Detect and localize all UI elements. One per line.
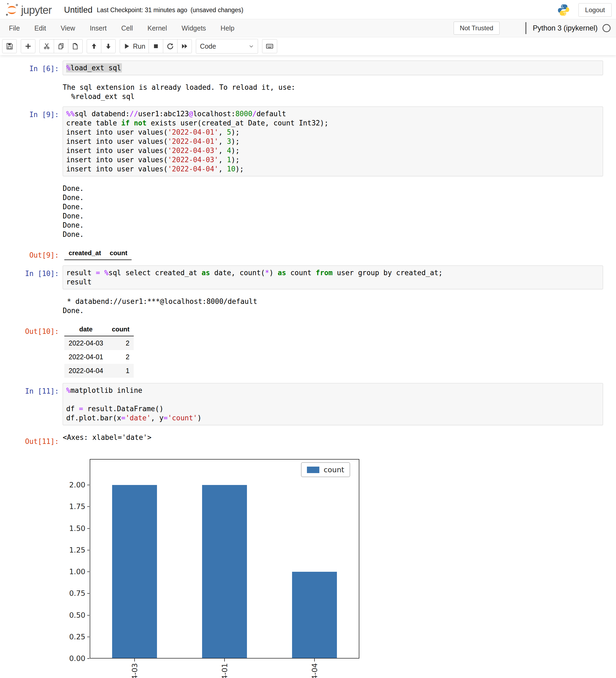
code-cell-input[interactable]: %load_ext sql	[63, 61, 603, 75]
cut-cell-button[interactable]	[39, 39, 54, 53]
menu-help[interactable]: Help	[213, 24, 242, 32]
bar-2022-04-04	[292, 572, 337, 658]
table-header: count	[108, 323, 134, 336]
y-tick-label: 1.25	[63, 545, 85, 555]
interrupt-kernel-button[interactable]	[149, 39, 163, 53]
cell-output: The sql extension is already loaded. To …	[63, 83, 603, 101]
menu-file[interactable]: File	[2, 24, 27, 32]
notebook-cell-2[interactable]: In [10]:result = %sql select created_at …	[0, 263, 616, 380]
notebook-title[interactable]: Untitled	[64, 5, 92, 15]
restart-run-all-button[interactable]	[177, 39, 192, 53]
y-tick-mark	[87, 485, 89, 485]
menu-insert[interactable]: Insert	[82, 24, 114, 32]
y-tick-label: 0.25	[63, 632, 85, 642]
table-cell: 2022-04-03	[64, 336, 108, 350]
move-cell-up-button[interactable]	[87, 39, 101, 53]
code-cell-input[interactable]: result = %sql select created_at as date,…	[63, 265, 603, 289]
menu-view[interactable]: View	[53, 24, 82, 32]
run-label: Run	[133, 42, 146, 50]
notebook-cells: In [6]:%load_ext sqlThe sql extension is…	[0, 55, 616, 678]
table-cell: 2022-04-01	[64, 350, 108, 364]
table-header: date	[64, 323, 108, 336]
notebook-cell-0[interactable]: In [6]:%load_ext sqlThe sql extension is…	[0, 58, 616, 104]
x-tick-mark	[314, 658, 315, 662]
menu-widgets[interactable]: Widgets	[174, 24, 213, 32]
header: jupyter Untitled Last Checkpoint: 31 min…	[0, 0, 616, 19]
table-header: created_at	[64, 247, 106, 260]
input-prompt: In [11]:	[0, 383, 63, 396]
move-cell-down-button[interactable]	[101, 39, 116, 53]
output-text: Done. Done. Done. Done. Done. Done.	[63, 184, 603, 239]
keyboard-icon	[265, 42, 274, 50]
output-prompt-empty	[0, 454, 63, 458]
code-cell-input[interactable]: %matplotlib inline df = result.DataFrame…	[63, 383, 603, 425]
result-table: datecount2022-04-0322022-04-0122022-04-0…	[64, 323, 134, 378]
output-prompt-empty	[0, 297, 63, 301]
x-tick-mark	[134, 658, 135, 662]
output-text: The sql extension is already loaded. To …	[63, 83, 603, 101]
menu-kernel[interactable]: Kernel	[140, 24, 174, 32]
y-tick-mark	[87, 571, 89, 572]
y-tick-mark	[87, 615, 89, 615]
run-cell-button[interactable]: Run	[120, 39, 149, 53]
legend-swatch	[307, 466, 319, 473]
x-tick-label: 2022-04-03	[130, 663, 173, 672]
cell-output: 0.000.250.500.751.001.251.501.752.002022…	[63, 454, 603, 678]
save-icon	[6, 42, 13, 50]
code-cell-input[interactable]: %%sql databend://user1:abc123@localhost:…	[63, 107, 603, 176]
chart-legend: count	[301, 462, 350, 477]
restart-kernel-button[interactable]	[163, 39, 177, 53]
notebook-cell-1[interactable]: In [9]:%%sql databend://user1:abc123@loc…	[0, 104, 616, 263]
output-prompt: Out[10]:	[0, 323, 63, 336]
menu-cell[interactable]: Cell	[114, 24, 140, 32]
y-tick-mark	[87, 506, 89, 507]
python-logo-icon	[557, 3, 570, 17]
y-tick-label: 0.50	[63, 610, 85, 620]
fast-forward-icon	[181, 42, 188, 50]
x-tick-label: 2022-04-04	[311, 663, 353, 672]
cell-type-value: Code	[200, 42, 216, 50]
output-prompt-empty	[0, 83, 63, 87]
menubar: FileEditViewInsertCellKernelWidgetsHelp …	[0, 19, 616, 37]
paste-cell-button[interactable]	[68, 39, 83, 53]
y-tick-mark	[87, 593, 89, 594]
table-cell: 2022-04-04	[64, 364, 108, 378]
bar-2022-04-01	[202, 485, 247, 658]
x-tick-label: 2022-04-01	[220, 663, 263, 672]
table-cell: 2	[108, 336, 134, 350]
cell-type-select[interactable]: Code	[196, 39, 258, 53]
table-cell: 2	[108, 350, 134, 364]
add-cell-button[interactable]	[21, 39, 35, 53]
stop-icon	[152, 43, 159, 50]
header-right: Logout	[557, 3, 612, 17]
bar-2022-04-03	[112, 485, 157, 658]
save-button[interactable]	[2, 39, 17, 53]
y-tick-label: 2.00	[63, 480, 85, 490]
cell-output: datecount2022-04-0322022-04-0122022-04-0…	[63, 323, 603, 378]
not-trusted-button[interactable]: Not Trusted	[454, 22, 499, 35]
cell-output: <Axes: xlabel='date'>	[63, 433, 603, 442]
y-tick-mark	[87, 550, 89, 551]
y-tick-mark	[87, 637, 89, 637]
checkpoint-status: Last Checkpoint: 31 minutes ago	[97, 6, 187, 14]
logout-button[interactable]: Logout	[578, 3, 612, 17]
menu-edit[interactable]: Edit	[27, 24, 53, 32]
cell-output: Done. Done. Done. Done. Done. Done.	[63, 184, 603, 239]
y-tick-label: 1.50	[63, 524, 85, 533]
unsaved-changes-status: (unsaved changes)	[191, 6, 243, 14]
copy-cell-button[interactable]	[54, 39, 68, 53]
table-row: 2022-04-032	[64, 336, 134, 350]
bar-chart: 0.000.250.500.751.001.251.501.752.002022…	[63, 455, 400, 678]
jupyter-logo[interactable]: jupyter	[4, 2, 52, 17]
menu-items: FileEditViewInsertCellKernelWidgetsHelp	[2, 24, 242, 32]
command-palette-button[interactable]	[262, 39, 277, 53]
output-prompt: Out[9]:	[0, 247, 63, 260]
notebook-cell-3[interactable]: In [11]:%matplotlib inline df = result.D…	[0, 380, 616, 678]
cell-output: created_atcount	[63, 247, 603, 260]
kernel-separator	[526, 22, 526, 34]
y-tick-mark	[87, 658, 89, 659]
table-cell: 1	[108, 364, 134, 378]
jupyter-logo-text: jupyter	[21, 4, 52, 16]
paste-icon	[72, 42, 79, 50]
output-prompt-empty	[0, 184, 63, 188]
